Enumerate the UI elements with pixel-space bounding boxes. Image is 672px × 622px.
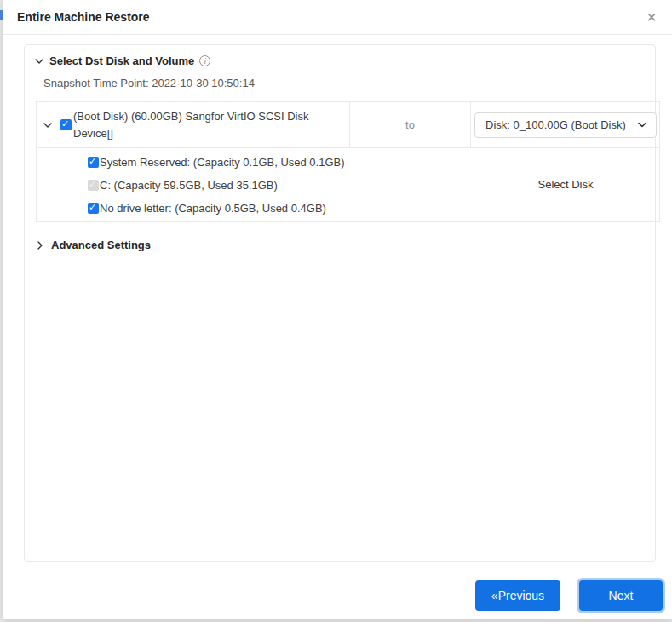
target-disk-selected-value: Disk: 0_100.00G (Boot Disk): [485, 118, 637, 131]
select-disk-link[interactable]: Select Disk: [471, 178, 660, 191]
to-cell: to: [350, 102, 471, 147]
previous-button[interactable]: «Previous: [475, 580, 560, 611]
next-button[interactable]: Next: [579, 580, 663, 611]
section-header-select-dst[interactable]: Select Dst Disk and Volume: [34, 55, 210, 67]
advanced-settings-header[interactable]: Advanced Settings: [35, 239, 151, 251]
close-icon[interactable]: ×: [642, 8, 661, 26]
volume-row: System Reserved: (Capacity 0.1GB, Used 0…: [88, 151, 659, 174]
chevron-right-icon: [35, 240, 45, 251]
target-disk-dropdown[interactable]: Disk: 0_100.00G (Boot Disk): [474, 112, 657, 138]
volume-row: No drive letter: (Capacity 0.5GB, Used 0…: [88, 197, 659, 220]
chevron-down-icon: [34, 56, 44, 66]
volume-label: C: (Capacity 59.5GB, Used 35.1GB): [100, 179, 278, 192]
section-title: Select Dst Disk and Volume: [49, 55, 194, 67]
info-icon[interactable]: [199, 55, 210, 66]
disk-row: (Boot Disk) (60.00GB) Sangfor VirtIO SCS…: [37, 102, 659, 148]
snapshot-time-point: Snapshot Time Point: 2022-10-30 10:50:14: [43, 77, 255, 89]
disk-source-cell: (Boot Disk) (60.00GB) Sangfor VirtIO SCS…: [37, 102, 350, 147]
dialog-header: Entire Machine Restore ×: [3, 0, 672, 35]
disk-mapping-table: (Boot Disk) (60.00GB) Sangfor VirtIO SCS…: [36, 101, 660, 222]
volume-label: No drive letter: (Capacity 0.5GB, Used 0…: [100, 202, 326, 215]
volume-label: System Reserved: (Capacity 0.1GB, Used 0…: [100, 156, 345, 169]
volume-checkbox-c-disabled: [88, 180, 99, 191]
select-dst-panel: Select Dst Disk and Volume Snapshot Time…: [24, 44, 656, 562]
volume-checkbox-system-reserved[interactable]: [88, 157, 99, 168]
disk-expander-chevron-icon[interactable]: [43, 120, 53, 130]
target-disk-cell: Disk: 0_100.00G (Boot Disk): [471, 102, 659, 147]
entire-machine-restore-dialog: Entire Machine Restore × Select Dst Disk…: [3, 0, 672, 619]
volumes-row: System Reserved: (Capacity 0.1GB, Used 0…: [37, 148, 659, 222]
dropdown-chevron-down-icon: [637, 120, 647, 130]
volume-checkbox-no-drive-letter[interactable]: [88, 203, 99, 214]
dialog-title: Entire Machine Restore: [17, 10, 150, 24]
disk-label: (Boot Disk) (60.00GB) Sangfor VirtIO SCS…: [73, 108, 339, 142]
advanced-settings-title: Advanced Settings: [51, 239, 151, 251]
disk-checkbox[interactable]: [60, 119, 72, 130]
to-label: to: [405, 118, 415, 131]
